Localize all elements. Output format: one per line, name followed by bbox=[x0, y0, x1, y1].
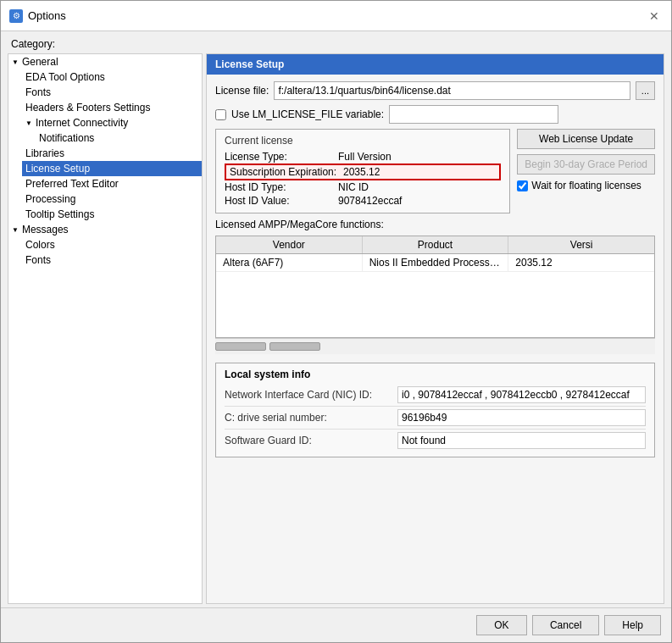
sidebar-label-internet: Internet Connectivity bbox=[36, 117, 128, 129]
license-type-row: License Type: Full Version bbox=[225, 150, 501, 164]
sidebar-item-internet-connectivity[interactable]: ▼ Internet Connectivity bbox=[22, 115, 202, 130]
licensed-table: Vendor Product Versi Altera (6AF7) Nios … bbox=[215, 236, 655, 338]
drive-serial-row: C: drive serial number: 96196b49 bbox=[225, 407, 646, 430]
nic-value: i0 , 9078412eccaf , 9078412eccb0 , 92784… bbox=[397, 386, 646, 403]
table-title: Licensed AMPP/MegaCore functions: bbox=[215, 219, 655, 230]
bottom-bar: OK Cancel Help bbox=[1, 607, 671, 642]
license-file-label: License file: bbox=[215, 85, 269, 97]
sidebar-item-fonts-general[interactable]: Fonts bbox=[22, 85, 202, 100]
sidebar-item-messages[interactable]: ▼ Messages bbox=[8, 222, 202, 237]
sidebar-item-general[interactable]: ▼ General bbox=[8, 54, 202, 69]
host-id-type-row: Host ID Type: NIC ID bbox=[225, 180, 501, 194]
sidebar-item-license-setup[interactable]: License Setup bbox=[22, 161, 202, 176]
subscription-label: Subscription Expiration: bbox=[230, 166, 340, 178]
cancel-button[interactable]: Cancel bbox=[532, 615, 599, 635]
licensed-functions-area: Licensed AMPP/MegaCore functions: Vendor… bbox=[215, 219, 655, 354]
host-id-value-row: Host ID Value: 9078412eccaf bbox=[225, 194, 501, 208]
nic-row: Network Interface Card (NIC) ID: i0 , 90… bbox=[225, 384, 646, 407]
close-button[interactable]: ✕ bbox=[646, 8, 663, 25]
subscription-value: 2035.12 bbox=[343, 166, 380, 178]
expand-icon-general: ▼ bbox=[12, 58, 19, 66]
sidebar: ▼ General EDA Tool Options Fonts Headers… bbox=[8, 53, 203, 604]
sidebar-item-libraries[interactable]: Libraries bbox=[22, 146, 202, 161]
local-info-title: Local system info bbox=[225, 369, 646, 380]
help-button[interactable]: Help bbox=[604, 615, 661, 635]
title-bar: ⚙ Options ✕ bbox=[1, 1, 671, 31]
sidebar-item-preferred-text-editor[interactable]: Preferred Text Editor bbox=[22, 176, 202, 191]
app-icon: ⚙ bbox=[9, 9, 23, 23]
sidebar-item-colors[interactable]: Colors bbox=[22, 237, 202, 252]
browse-button[interactable]: ... bbox=[636, 81, 655, 100]
current-license-section: Current license License Type: Full Versi… bbox=[215, 129, 655, 213]
options-dialog: ⚙ Options ✕ Category: ▼ General EDA Tool… bbox=[0, 0, 672, 643]
current-license-box: Current license License Type: Full Versi… bbox=[215, 129, 510, 213]
sidebar-item-notifications[interactable]: Notifications bbox=[36, 130, 202, 146]
software-guard-row: Software Guard ID: Not found bbox=[225, 430, 646, 452]
current-license-title: Current license bbox=[225, 135, 501, 147]
category-label: Category: bbox=[1, 31, 671, 53]
table-header: Vendor Product Versi bbox=[216, 236, 654, 254]
current-license-left: Current license License Type: Full Versi… bbox=[215, 129, 510, 213]
drive-serial-label: C: drive serial number: bbox=[225, 412, 394, 424]
panel-header: License Setup bbox=[207, 54, 664, 75]
license-type-value: Full Version bbox=[338, 151, 392, 163]
expand-icon-messages: ▼ bbox=[12, 226, 19, 234]
general-children: EDA Tool Options Fonts Headers & Footers… bbox=[8, 69, 202, 222]
license-file-row: License file: ... bbox=[215, 81, 655, 100]
subscription-row: Subscription Expiration: 2035.12 bbox=[225, 164, 501, 180]
lm-license-label: Use LM_LICENSE_FILE variable: bbox=[231, 108, 384, 120]
main-split: ▼ General EDA Tool Options Fonts Headers… bbox=[1, 53, 671, 607]
right-panel: License Setup License file: ... Use LM_L… bbox=[206, 53, 664, 604]
local-info-section: Local system info Network Interface Card… bbox=[215, 363, 655, 457]
sidebar-item-eda-tool-options[interactable]: EDA Tool Options bbox=[22, 69, 202, 85]
table-row: Altera (6AF7) Nios II Embedded Processor… bbox=[216, 254, 654, 272]
col-product: Product bbox=[363, 236, 509, 253]
col-version: Versi bbox=[508, 236, 654, 253]
grace-period-button[interactable]: Begin 30-day Grace Period bbox=[517, 154, 655, 175]
sidebar-item-fonts-messages[interactable]: Fonts bbox=[22, 252, 202, 268]
nic-label: Network Interface Card (NIC) ID: bbox=[225, 389, 394, 401]
web-license-button[interactable]: Web License Update bbox=[517, 129, 655, 149]
cell-product: Nios II Embedded Processor En... bbox=[363, 254, 509, 271]
cell-vendor: Altera (6AF7) bbox=[216, 254, 363, 271]
side-buttons: Web License Update Begin 30-day Grace Pe… bbox=[510, 129, 655, 213]
window-title: Options bbox=[28, 9, 66, 22]
lm-license-checkbox[interactable] bbox=[215, 109, 226, 120]
software-guard-label: Software Guard ID: bbox=[225, 435, 394, 446]
sidebar-item-processing[interactable]: Processing bbox=[22, 191, 202, 207]
sidebar-item-headers-footers[interactable]: Headers & Footers Settings bbox=[22, 100, 202, 115]
host-id-value-value: 9078412eccaf bbox=[338, 195, 402, 207]
sidebar-label-messages: Messages bbox=[22, 224, 69, 236]
sidebar-item-tooltip-settings[interactable]: Tooltip Settings bbox=[22, 207, 202, 222]
panel-body: License file: ... Use LM_LICENSE_FILE va… bbox=[207, 75, 664, 603]
wait-floating-checkbox[interactable] bbox=[517, 180, 528, 191]
scroll-thumb-2[interactable] bbox=[269, 342, 320, 351]
cell-version: 2035.12 bbox=[508, 254, 654, 271]
content-area: Category: ▼ General EDA Tool Options Fon… bbox=[1, 31, 671, 642]
expand-icon-internet: ▼ bbox=[25, 119, 32, 127]
lm-license-row: Use LM_LICENSE_FILE variable: bbox=[215, 105, 655, 124]
host-id-type-value: NIC ID bbox=[338, 181, 369, 193]
internet-children: Notifications bbox=[22, 130, 202, 146]
wait-floating-row: Wait for floating licenses bbox=[517, 180, 655, 191]
scrollbar-row[interactable] bbox=[215, 338, 655, 354]
software-guard-value: Not found bbox=[397, 432, 646, 449]
ok-button[interactable]: OK bbox=[476, 615, 527, 635]
host-id-type-label: Host ID Type: bbox=[225, 181, 335, 193]
scroll-thumb-1[interactable] bbox=[215, 342, 266, 351]
sidebar-label-general: General bbox=[22, 56, 58, 68]
wait-floating-label: Wait for floating licenses bbox=[531, 180, 641, 191]
license-file-input[interactable] bbox=[274, 81, 630, 100]
drive-serial-value: 96196b49 bbox=[397, 409, 646, 426]
table-body: Altera (6AF7) Nios II Embedded Processor… bbox=[216, 254, 654, 272]
col-vendor: Vendor bbox=[216, 236, 363, 253]
messages-children: Colors Fonts bbox=[8, 237, 202, 268]
lm-license-input[interactable] bbox=[389, 105, 558, 124]
license-type-label: License Type: bbox=[225, 151, 335, 163]
title-bar-left: ⚙ Options bbox=[9, 9, 66, 23]
host-id-value-label: Host ID Value: bbox=[225, 195, 335, 207]
